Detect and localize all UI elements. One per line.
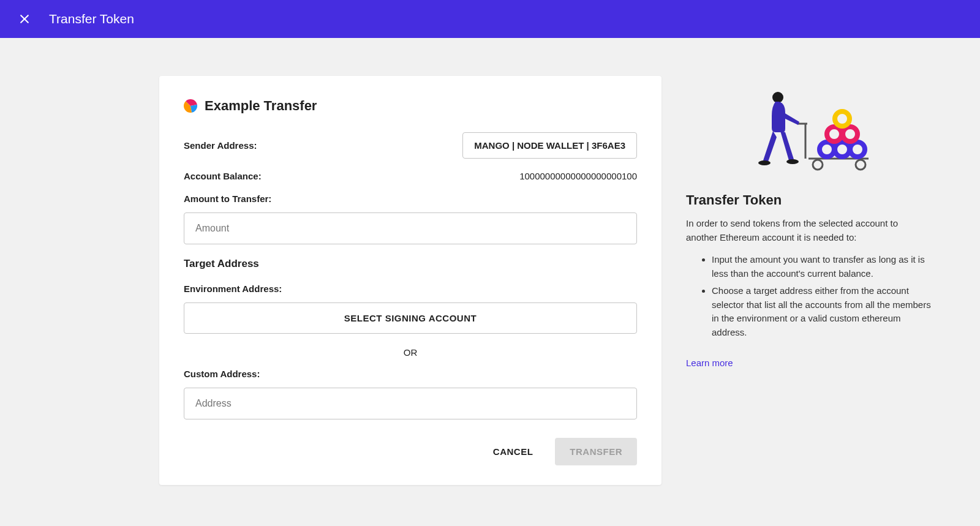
help-bullet: Input the amount you want to transfer as… [712, 253, 931, 280]
environment-address-label: Environment Address: [184, 284, 637, 294]
token-icon [184, 99, 197, 113]
or-divider: OR [184, 347, 637, 358]
sender-address-select[interactable]: MANGO | NODE WALLET | 3F6AE3 [462, 132, 637, 159]
svg-point-4 [856, 160, 865, 170]
sender-address-label: Sender Address: [184, 140, 257, 151]
svg-point-11 [843, 127, 858, 141]
svg-point-8 [835, 142, 850, 157]
svg-point-10 [827, 127, 842, 141]
amount-label: Amount to Transfer: [184, 193, 637, 204]
target-address-heading: Target Address [184, 258, 637, 270]
select-signing-account-button[interactable]: SELECT SIGNING ACCOUNT [184, 302, 637, 334]
account-balance-label: Account Balance: [184, 171, 262, 181]
svg-point-9 [850, 142, 865, 157]
form-title: Example Transfer [205, 98, 317, 114]
transfer-illustration [741, 82, 876, 174]
svg-point-15 [786, 159, 799, 164]
svg-point-3 [813, 160, 823, 170]
modal-header: Transfer Token [0, 0, 980, 38]
amount-input[interactable] [184, 212, 637, 244]
transfer-form-card: Example Transfer Sender Address: MANGO |… [159, 76, 662, 485]
account-balance-value: 10000000000000000000100 [519, 171, 637, 181]
svg-point-14 [758, 160, 771, 165]
svg-point-12 [835, 111, 850, 126]
svg-point-7 [820, 142, 834, 157]
help-bullet: Choose a target address either from the … [712, 284, 931, 339]
learn-more-link[interactable]: Learn more [686, 358, 733, 368]
cancel-button[interactable]: CANCEL [486, 440, 541, 463]
help-panel: Transfer Token In order to send tokens f… [686, 76, 931, 485]
custom-address-input[interactable] [184, 388, 637, 419]
close-icon [18, 13, 31, 25]
help-title: Transfer Token [686, 192, 931, 208]
transfer-button[interactable]: TRANSFER [555, 438, 637, 465]
help-bullet-list: Input the amount you want to transfer as… [686, 253, 931, 339]
modal-title: Transfer Token [49, 12, 134, 26]
custom-address-label: Custom Address: [184, 369, 637, 379]
close-button[interactable] [12, 7, 37, 31]
help-description: In order to send tokens from the selecte… [686, 217, 931, 244]
svg-point-13 [772, 92, 783, 103]
